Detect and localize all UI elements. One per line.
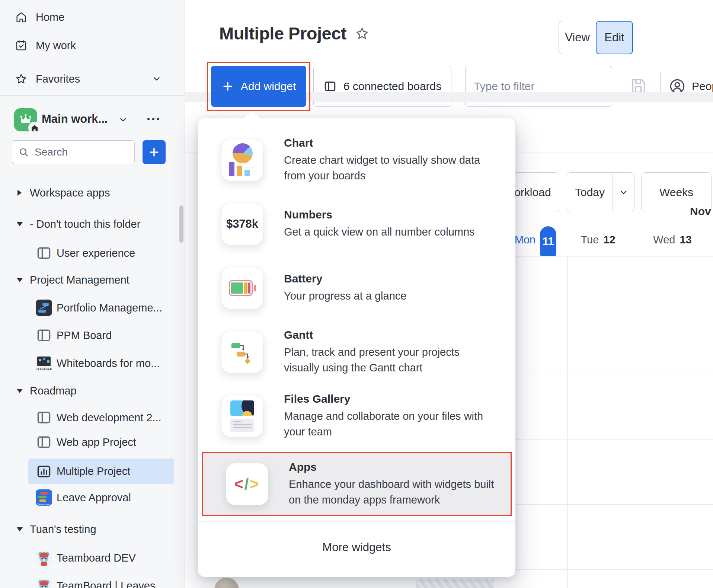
- sidebar-folder-project-management[interactable]: Project Management: [0, 269, 182, 291]
- menu-item-desc: Enhance your dashboard with widgets buil…: [289, 477, 503, 507]
- menu-item-desc: Create chart widget to visually show dat…: [284, 153, 498, 183]
- add-board-button[interactable]: [143, 140, 166, 164]
- expand-arrow-icon[interactable]: [17, 527, 23, 531]
- sidebar-board-user-experience[interactable]: User experience: [0, 242, 182, 264]
- files-gallery-widget-icon: [221, 395, 263, 437]
- sidebar-item-label: Portfolio Manageme...: [57, 302, 162, 314]
- divider: [0, 61, 185, 61]
- sidebar-item-label: My work: [36, 39, 76, 52]
- teamboard-text: Teamboard: [36, 503, 52, 506]
- weeks-label: Weeks: [659, 186, 693, 199]
- sidebar-folder-roadmap[interactable]: Roadmap: [0, 380, 182, 402]
- dashboard-icon: [36, 463, 52, 480]
- board-icon: [36, 327, 52, 343]
- unavailable-time-hatch: [416, 579, 494, 588]
- workspace-home-badge: [28, 122, 41, 134]
- menu-item-desc: Manage and collaborate on your files wit…: [284, 409, 498, 439]
- grid-line: [567, 256, 568, 588]
- sidebar-item-workspace-apps[interactable]: Workspace apps: [0, 182, 182, 204]
- filter-input[interactable]: [474, 80, 617, 93]
- leanboard-app-icon: LEANBOARD: [36, 355, 52, 371]
- favorite-star-icon[interactable]: [355, 26, 370, 41]
- chevron-down-icon[interactable]: [118, 115, 128, 125]
- add-widget-annotation: Add widget: [207, 62, 310, 111]
- sidebar-board-multiple-project-selected[interactable]: Multiple Project: [28, 458, 174, 484]
- edit-button[interactable]: Edit: [596, 21, 633, 54]
- sidebar-item-favorites[interactable]: Favorites: [0, 68, 183, 90]
- menu-item-files-gallery[interactable]: Files Gallery Manage and collaborate on …: [198, 384, 515, 448]
- board-icon: [323, 80, 337, 93]
- sidebar-scrollbar[interactable]: [179, 205, 183, 243]
- star-icon: [15, 73, 28, 85]
- menu-divider: [198, 449, 515, 449]
- more-widgets-button[interactable]: More widgets: [198, 522, 515, 573]
- day-name: Tue: [581, 234, 599, 246]
- menu-item-desc: Get a quick view on all number columns: [284, 224, 498, 240]
- board-icon: [36, 245, 52, 261]
- plus-icon: [221, 80, 234, 93]
- expand-arrow-icon[interactable]: [17, 222, 23, 226]
- collapse-arrow-icon[interactable]: [17, 190, 22, 196]
- home-badge-icon: [30, 124, 39, 132]
- sidebar-board-leave-approval[interactable]: Teamboard Leave Approval: [0, 487, 182, 508]
- sidebar-board-whiteboards[interactable]: LEANBOARD Whiteboards for mo...: [0, 352, 182, 374]
- day-name: Mon: [515, 234, 535, 246]
- numbers-icon-text: $378k: [221, 203, 263, 245]
- page-title: Multiple Project: [219, 23, 346, 44]
- apps-annotation: </> Apps Enhance your dashboard with wid…: [202, 452, 512, 516]
- sidebar-item-home[interactable]: Home: [0, 6, 183, 28]
- menu-item-apps[interactable]: </> Apps Enhance your dashboard with wid…: [203, 453, 511, 515]
- view-button[interactable]: View: [559, 21, 596, 54]
- bear-avatar-icon: [36, 550, 52, 566]
- menu-item-title: Battery: [284, 272, 498, 285]
- workspace-name: Main work...: [42, 112, 108, 126]
- chevron-down-icon[interactable]: [152, 74, 162, 84]
- menu-item-title: Chart: [284, 137, 498, 149]
- add-widget-label: Add widget: [241, 80, 296, 93]
- menu-item-gantt[interactable]: Gantt Plan, track and present your proje…: [198, 320, 515, 384]
- sidebar-board-teamboard-dev[interactable]: Teamboard DEV: [0, 547, 182, 569]
- sidebar-board-web-app[interactable]: Web app Project: [0, 431, 182, 453]
- add-widget-menu: Chart Create chart widget to visually sh…: [198, 118, 515, 577]
- menu-item-numbers[interactable]: $378k Numbers Get a quick view on all nu…: [198, 192, 515, 256]
- menu-item-chart[interactable]: Chart Create chart widget to visually sh…: [198, 128, 515, 192]
- search-input[interactable]: [35, 146, 116, 158]
- sidebar-item-label: Whiteboards for mo...: [57, 357, 160, 370]
- workspace-menu-dots[interactable]: [147, 118, 159, 120]
- menu-item-title: Apps: [289, 461, 503, 473]
- add-widget-button[interactable]: Add widget: [211, 66, 306, 107]
- today-dropdown[interactable]: [613, 173, 634, 212]
- expand-arrow-icon[interactable]: [17, 389, 23, 393]
- sidebar-item-label: PPM Board: [57, 329, 112, 342]
- today-button[interactable]: Today: [567, 172, 634, 212]
- sidebar-item-label: - Don't touch this folder: [30, 218, 140, 230]
- expand-arrow-icon[interactable]: [17, 278, 23, 282]
- sidebar-folder-tuans-testing[interactable]: Tuan's testing: [0, 518, 182, 540]
- sidebar-item-label: Teamboard DEV: [57, 552, 136, 564]
- selected-day-badge: 11: [540, 226, 556, 256]
- workspace-header[interactable]: Main work...: [0, 108, 185, 131]
- sidebar-board-teamboard-leaves[interactable]: TeamBoard | Leaves: [0, 575, 182, 588]
- chart-widget-icon: [221, 139, 263, 181]
- sidebar-item-label: Workspace apps: [30, 187, 110, 199]
- sidebar-search[interactable]: [12, 140, 135, 164]
- sidebar-board-ppm[interactable]: PPM Board: [0, 325, 182, 346]
- today-label: Today: [567, 173, 613, 212]
- grid-line: [642, 256, 642, 588]
- plus-icon: [148, 146, 160, 159]
- sidebar-item-label: Leave Approval: [57, 492, 131, 504]
- sidebar-board-web-development[interactable]: Web development 2...: [0, 407, 182, 428]
- day-header-wed-13[interactable]: Wed 13: [642, 223, 713, 256]
- menu-item-battery[interactable]: Battery Your progress at a glance: [198, 256, 515, 320]
- portfolio-app-icon: [36, 300, 52, 316]
- sidebar-item-label: Tuan's testing: [30, 523, 96, 536]
- search-icon: [18, 147, 29, 158]
- day-header-tue-12[interactable]: Tue 12: [567, 223, 642, 256]
- bear-avatar-icon: [36, 578, 52, 588]
- sidebar-folder-dont-touch[interactable]: - Don't touch this folder: [0, 213, 182, 235]
- sidebar-board-portfolio[interactable]: Portfolio Manageme...: [0, 297, 182, 319]
- day-name: Wed: [653, 234, 675, 246]
- menu-item-desc: Your progress at a glance: [284, 288, 498, 304]
- sidebar-item-my-work[interactable]: My work: [0, 35, 183, 56]
- menu-item-desc: Plan, track and present your projects vi…: [284, 345, 498, 375]
